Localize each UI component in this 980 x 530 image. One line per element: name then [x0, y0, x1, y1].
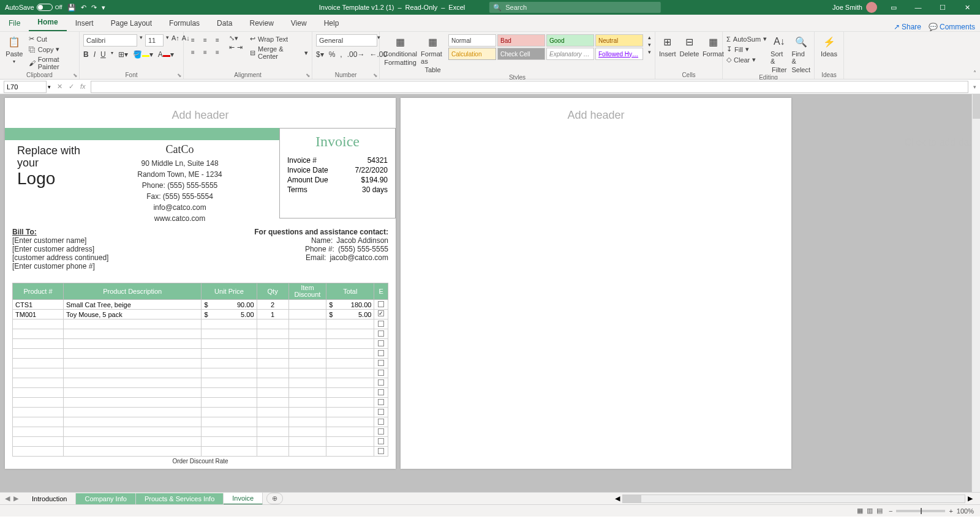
zoom-level[interactable]: 100% [957, 507, 974, 515]
tab-page-layout[interactable]: Page Layout [102, 15, 160, 31]
bill-name[interactable]: [Enter customer name] [12, 236, 200, 245]
bill-phone[interactable]: [Enter customer phone #] [12, 262, 200, 271]
tab-formulas[interactable]: Formulas [160, 15, 208, 31]
increase-font-icon[interactable]: A↑ [172, 34, 179, 47]
table-row[interactable] [13, 437, 388, 447]
page-layout-view-icon[interactable]: ▥ [867, 507, 873, 515]
save-icon[interactable]: 💾 [67, 4, 76, 12]
add-header-prompt[interactable]: Add header [5, 98, 396, 128]
number-format-select[interactable]: General [316, 34, 377, 47]
insert-cells-button[interactable]: ⊞Insert [659, 34, 676, 58]
merge-button[interactable]: ⊟Merge & Center ▾ [250, 45, 308, 61]
indent-dec-icon[interactable]: ⇤ [229, 43, 235, 51]
tab-home[interactable]: Home [29, 14, 66, 31]
font-size-input[interactable]: 11 [145, 34, 164, 47]
align-right-icon[interactable]: ≡ [212, 47, 223, 58]
click-to-add-data[interactable]: Click to add data [905, 137, 978, 148]
search-box[interactable]: 🔍 [489, 2, 661, 13]
sheet-tab-company[interactable]: Company Info [76, 493, 135, 504]
sheet-next-icon[interactable]: ▶ [13, 495, 18, 502]
wrap-text-button[interactable]: ↩Wrap Text [250, 34, 308, 43]
table-row[interactable] [13, 388, 388, 398]
tab-file[interactable]: File [0, 15, 29, 31]
fill-button[interactable]: ↧Fill ▾ [726, 45, 767, 54]
cancel-formula-icon[interactable]: ✕ [57, 83, 62, 91]
align-top-icon[interactable]: ≡ [187, 34, 198, 45]
zoom-in-icon[interactable]: + [949, 507, 952, 515]
accept-formula-icon[interactable]: ✓ [69, 83, 74, 91]
table-row[interactable] [13, 329, 388, 339]
styles-down-icon[interactable]: ▾ [648, 42, 651, 48]
style-neutral[interactable]: Neutral [595, 34, 643, 47]
orientation-icon[interactable]: ⤡▾ [229, 34, 243, 42]
align-middle-icon[interactable]: ≡ [200, 34, 211, 45]
italic-button[interactable]: I [94, 50, 96, 59]
tab-data[interactable]: Data [208, 15, 241, 31]
table-row[interactable] [13, 417, 388, 427]
normal-view-icon[interactable]: ▦ [857, 507, 863, 515]
page-1[interactable]: Add header Replace withyourLogo CatCo 90… [5, 98, 396, 469]
sheet-tab-invoice[interactable]: Invoice [224, 493, 263, 505]
worksheet-area[interactable]: Add header Replace withyourLogo CatCo 90… [0, 94, 980, 492]
comma-button[interactable]: , [340, 50, 342, 59]
conditional-formatting-button[interactable]: ▦ConditionalFormatting [383, 34, 417, 66]
font-name-input[interactable]: Calibri [83, 34, 137, 47]
clear-button[interactable]: ◇Clear ▾ [726, 55, 767, 64]
fill-color-button[interactable]: 🪣▾ [133, 50, 153, 59]
ideas-button[interactable]: ⚡Ideas [818, 34, 840, 58]
table-row[interactable] [13, 378, 388, 388]
table-row[interactable] [13, 427, 388, 437]
sort-filter-button[interactable]: A↓Sort &Filter [771, 34, 788, 73]
percent-button[interactable]: % [329, 50, 336, 59]
ribbon-display-icon[interactable]: ▭ [886, 4, 902, 12]
autosum-button[interactable]: ΣAutoSum ▾ [726, 34, 767, 43]
cell-styles-gallery[interactable]: Normal Bad Good Neutral Calculation Chec… [448, 34, 643, 60]
style-calculation[interactable]: Calculation [448, 48, 496, 60]
zoom-out-icon[interactable]: − [889, 507, 892, 515]
format-cells-button[interactable]: ▦Format [703, 34, 723, 58]
account-button[interactable]: Joe Smith [832, 2, 877, 13]
share-button[interactable]: ↗ Share [894, 23, 921, 31]
table-row[interactable] [13, 398, 388, 408]
style-explanatory[interactable]: Explanatory … [546, 48, 594, 60]
style-followed-link[interactable]: Followed Hy… [595, 48, 643, 60]
bill-addr[interactable]: [Enter customer address] [12, 245, 200, 253]
styles-up-icon[interactable]: ▴ [648, 34, 651, 40]
redo-icon[interactable]: ↷ [91, 4, 97, 12]
align-center-icon[interactable]: ≡ [200, 47, 211, 58]
paste-button[interactable]: 📋Paste▾ [4, 34, 25, 64]
sheet-tab-introduction[interactable]: Introduction [23, 493, 76, 504]
tab-help[interactable]: Help [315, 15, 348, 31]
table-row[interactable] [13, 368, 388, 378]
format-table-button[interactable]: ▦Format asTable [421, 34, 445, 73]
tab-view[interactable]: View [282, 15, 315, 31]
table-row[interactable] [13, 339, 388, 349]
table-row[interactable] [13, 447, 388, 457]
underline-button[interactable]: U [100, 50, 106, 59]
align-left-icon[interactable]: ≡ [187, 47, 198, 58]
sheet-tab-products[interactable]: Proucts & Services Info [136, 493, 224, 504]
search-input[interactable] [505, 4, 657, 11]
tab-review[interactable]: Review [241, 15, 282, 31]
horizontal-scrollbar[interactable]: ◀▶ [612, 495, 975, 503]
collapse-ribbon-icon[interactable]: ˄ [973, 70, 976, 77]
find-select-button[interactable]: 🔍Find &Select [791, 34, 810, 73]
minimize-icon[interactable]: — [910, 4, 926, 11]
table-row[interactable] [13, 319, 388, 329]
table-row[interactable]: TM001Toy Mouse, 5 pack$5.001$5.00 [13, 310, 388, 319]
style-bad[interactable]: Bad [497, 34, 545, 47]
sheet-prev-icon[interactable]: ◀ [5, 495, 10, 502]
inc-decimal-icon[interactable]: .00→ [347, 50, 365, 59]
table-row[interactable]: CTS1Small Cat Tree, beige$90.002$180.00 [13, 300, 388, 310]
vertical-scrollbar[interactable] [971, 94, 980, 492]
fx-icon[interactable]: fx [80, 83, 86, 91]
comments-button[interactable]: 💬 Comments [929, 23, 975, 31]
styles-more-icon[interactable]: ▾ [648, 49, 651, 55]
close-icon[interactable]: ✕ [959, 4, 975, 12]
page-break-view-icon[interactable]: ▤ [876, 507, 883, 515]
add-header-prompt-2[interactable]: Add header [401, 98, 791, 128]
table-row[interactable] [13, 359, 388, 368]
table-row[interactable] [13, 408, 388, 417]
page-2[interactable]: Add header [401, 98, 791, 469]
copy-button[interactable]: ⿻Copy ▾ [29, 45, 75, 54]
